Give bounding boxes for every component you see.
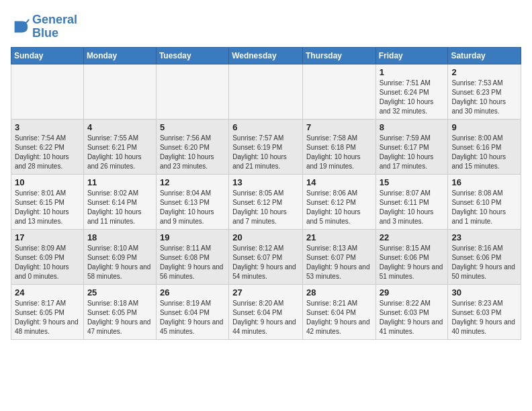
- day-info: Sunrise: 7:54 AM Sunset: 6:22 PM Dayligh…: [15, 134, 80, 171]
- day-number: 19: [160, 232, 225, 242]
- calendar-cell-w4d5: 29Sunrise: 8:22 AM Sunset: 6:03 PM Dayli…: [375, 284, 448, 339]
- day-number: 30: [451, 287, 517, 298]
- calendar-cell-w4d0: 24Sunrise: 8:17 AM Sunset: 6:05 PM Dayli…: [11, 284, 84, 339]
- calendar-cell-w0d1: [83, 64, 156, 119]
- calendar-cell-w4d1: 25Sunrise: 8:18 AM Sunset: 6:05 PM Dayli…: [83, 284, 156, 339]
- day-info: Sunrise: 8:07 AM Sunset: 6:11 PM Dayligh…: [380, 189, 445, 226]
- calendar-table: SundayMondayTuesdayWednesdayThursdayFrid…: [11, 47, 521, 340]
- day-number: 9: [451, 122, 517, 132]
- calendar-cell-w0d6: 2Sunrise: 7:53 AM Sunset: 6:23 PM Daylig…: [448, 64, 521, 119]
- day-info: Sunrise: 8:00 AM Sunset: 6:16 PM Dayligh…: [451, 134, 517, 171]
- calendar-cell-w1d0: 3Sunrise: 7:54 AM Sunset: 6:22 PM Daylig…: [11, 119, 84, 174]
- calendar-cell-w4d4: 28Sunrise: 8:21 AM Sunset: 6:04 PM Dayli…: [302, 284, 375, 339]
- day-number: 16: [451, 177, 517, 187]
- calendar-cell-w3d3: 20Sunrise: 8:12 AM Sunset: 6:07 PM Dayli…: [229, 229, 303, 284]
- day-number: 12: [160, 177, 225, 187]
- day-number: 1: [380, 67, 445, 77]
- day-info: Sunrise: 7:57 AM Sunset: 6:19 PM Dayligh…: [232, 134, 299, 171]
- day-number: 6: [232, 122, 299, 132]
- day-info: Sunrise: 7:53 AM Sunset: 6:23 PM Dayligh…: [451, 79, 517, 116]
- calendar-cell-w3d1: 18Sunrise: 8:10 AM Sunset: 6:09 PM Dayli…: [83, 229, 156, 284]
- calendar-cell-w3d4: 21Sunrise: 8:13 AM Sunset: 6:07 PM Dayli…: [302, 229, 375, 284]
- calendar-cell-w4d2: 26Sunrise: 8:19 AM Sunset: 6:04 PM Dayli…: [156, 284, 228, 339]
- logo-text: General Blue: [32, 13, 77, 40]
- day-info: Sunrise: 7:55 AM Sunset: 6:21 PM Dayligh…: [87, 134, 152, 171]
- day-number: 22: [380, 232, 445, 242]
- day-number: 3: [15, 122, 80, 132]
- calendar-cell-w0d2: [156, 64, 228, 119]
- calendar-cell-w1d1: 4Sunrise: 7:55 AM Sunset: 6:21 PM Daylig…: [83, 119, 156, 174]
- day-number: 18: [87, 232, 152, 242]
- day-info: Sunrise: 8:02 AM Sunset: 6:14 PM Dayligh…: [87, 189, 152, 226]
- day-number: 5: [160, 122, 225, 132]
- header: General Blue: [11, 11, 521, 40]
- day-number: 26: [160, 287, 225, 298]
- calendar-cell-w3d6: 23Sunrise: 8:16 AM Sunset: 6:06 PM Dayli…: [448, 229, 521, 284]
- day-info: Sunrise: 8:15 AM Sunset: 6:06 PM Dayligh…: [380, 244, 445, 281]
- day-info: Sunrise: 8:11 AM Sunset: 6:08 PM Dayligh…: [160, 244, 225, 281]
- day-info: Sunrise: 8:20 AM Sunset: 6:04 PM Dayligh…: [232, 299, 299, 336]
- col-header-friday: Friday: [375, 47, 448, 64]
- calendar-cell-w1d4: 7Sunrise: 7:58 AM Sunset: 6:18 PM Daylig…: [302, 119, 375, 174]
- day-info: Sunrise: 8:17 AM Sunset: 6:05 PM Dayligh…: [15, 299, 80, 336]
- calendar-cell-w3d2: 19Sunrise: 8:11 AM Sunset: 6:08 PM Dayli…: [156, 229, 228, 284]
- day-info: Sunrise: 8:04 AM Sunset: 6:13 PM Dayligh…: [160, 189, 225, 226]
- day-number: 15: [380, 177, 445, 187]
- day-number: 27: [232, 287, 299, 298]
- day-number: 11: [87, 177, 152, 187]
- day-number: 4: [87, 122, 152, 132]
- day-info: Sunrise: 7:56 AM Sunset: 6:20 PM Dayligh…: [160, 134, 225, 171]
- day-info: Sunrise: 8:09 AM Sunset: 6:09 PM Dayligh…: [15, 244, 80, 281]
- day-number: 2: [451, 67, 517, 77]
- calendar-cell-w1d2: 5Sunrise: 7:56 AM Sunset: 6:20 PM Daylig…: [156, 119, 228, 174]
- day-number: 13: [232, 177, 299, 187]
- day-info: Sunrise: 8:10 AM Sunset: 6:09 PM Dayligh…: [87, 244, 152, 281]
- calendar-cell-w1d5: 8Sunrise: 7:59 AM Sunset: 6:17 PM Daylig…: [375, 119, 448, 174]
- logo: General Blue: [11, 13, 77, 40]
- day-number: 23: [451, 232, 517, 242]
- calendar-cell-w3d0: 17Sunrise: 8:09 AM Sunset: 6:09 PM Dayli…: [11, 229, 84, 284]
- day-number: 14: [306, 177, 372, 187]
- calendar-cell-w2d4: 14Sunrise: 8:06 AM Sunset: 6:12 PM Dayli…: [302, 174, 375, 229]
- calendar-cell-w4d6: 30Sunrise: 8:23 AM Sunset: 6:03 PM Dayli…: [448, 284, 521, 339]
- day-info: Sunrise: 8:18 AM Sunset: 6:05 PM Dayligh…: [87, 299, 152, 336]
- day-info: Sunrise: 8:13 AM Sunset: 6:07 PM Dayligh…: [306, 244, 372, 281]
- col-header-wednesday: Wednesday: [229, 47, 303, 64]
- day-number: 25: [87, 287, 152, 298]
- calendar-cell-w2d0: 10Sunrise: 8:01 AM Sunset: 6:15 PM Dayli…: [11, 174, 84, 229]
- calendar-cell-w1d6: 9Sunrise: 8:00 AM Sunset: 6:16 PM Daylig…: [448, 119, 521, 174]
- col-header-tuesday: Tuesday: [156, 47, 228, 64]
- day-number: 24: [15, 287, 80, 298]
- col-header-sunday: Sunday: [11, 47, 84, 64]
- col-header-monday: Monday: [83, 47, 156, 64]
- calendar-cell-w2d2: 12Sunrise: 8:04 AM Sunset: 6:13 PM Dayli…: [156, 174, 228, 229]
- day-info: Sunrise: 8:22 AM Sunset: 6:03 PM Dayligh…: [380, 299, 445, 336]
- day-info: Sunrise: 8:12 AM Sunset: 6:07 PM Dayligh…: [232, 244, 299, 281]
- calendar-cell-w0d0: [11, 64, 84, 119]
- day-number: 20: [232, 232, 299, 242]
- day-info: Sunrise: 7:51 AM Sunset: 6:24 PM Dayligh…: [380, 79, 445, 116]
- calendar-cell-w0d3: [229, 64, 303, 119]
- day-info: Sunrise: 8:19 AM Sunset: 6:04 PM Dayligh…: [160, 299, 225, 336]
- day-number: 21: [306, 232, 372, 242]
- day-number: 17: [15, 232, 80, 242]
- calendar-cell-w4d3: 27Sunrise: 8:20 AM Sunset: 6:04 PM Dayli…: [229, 284, 303, 339]
- day-info: Sunrise: 8:23 AM Sunset: 6:03 PM Dayligh…: [451, 299, 517, 336]
- col-header-saturday: Saturday: [448, 47, 521, 64]
- calendar-cell-w2d5: 15Sunrise: 8:07 AM Sunset: 6:11 PM Dayli…: [375, 174, 448, 229]
- calendar-cell-w2d3: 13Sunrise: 8:05 AM Sunset: 6:12 PM Dayli…: [229, 174, 303, 229]
- col-header-thursday: Thursday: [302, 47, 375, 64]
- calendar-cell-w2d1: 11Sunrise: 8:02 AM Sunset: 6:14 PM Dayli…: [83, 174, 156, 229]
- calendar-cell-w1d3: 6Sunrise: 7:57 AM Sunset: 6:19 PM Daylig…: [229, 119, 303, 174]
- day-info: Sunrise: 8:05 AM Sunset: 6:12 PM Dayligh…: [232, 189, 299, 226]
- day-info: Sunrise: 7:58 AM Sunset: 6:18 PM Dayligh…: [306, 134, 372, 171]
- calendar-cell-w3d5: 22Sunrise: 8:15 AM Sunset: 6:06 PM Dayli…: [375, 229, 448, 284]
- day-info: Sunrise: 8:01 AM Sunset: 6:15 PM Dayligh…: [15, 189, 80, 226]
- day-number: 29: [380, 287, 445, 298]
- day-number: 28: [306, 287, 372, 298]
- day-number: 10: [15, 177, 80, 187]
- calendar-cell-w0d5: 1Sunrise: 7:51 AM Sunset: 6:24 PM Daylig…: [375, 64, 448, 119]
- calendar-cell-w2d6: 16Sunrise: 8:08 AM Sunset: 6:10 PM Dayli…: [448, 174, 521, 229]
- day-number: 7: [306, 122, 372, 132]
- day-info: Sunrise: 8:08 AM Sunset: 6:10 PM Dayligh…: [451, 189, 517, 226]
